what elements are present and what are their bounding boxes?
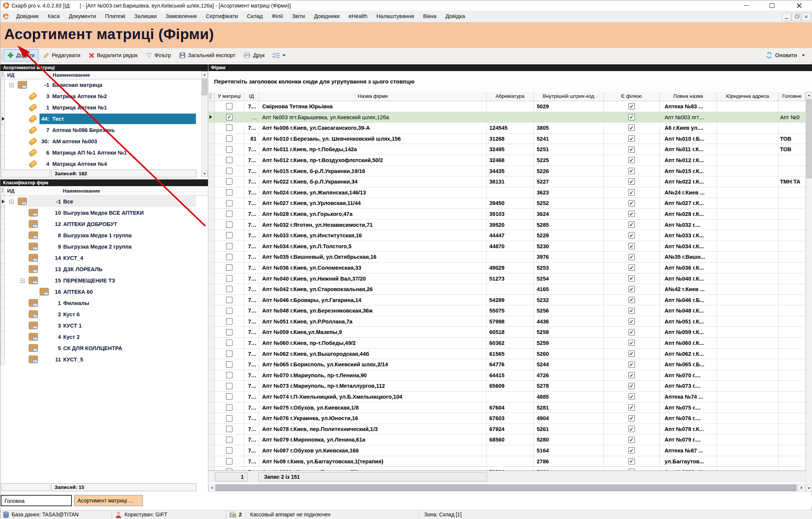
firm-row[interactable]: 7…Апт №048 г.Киев, ул.Березняковская,36ж… [208, 305, 806, 316]
firm-row[interactable]: 7…Апт №062 г.Киев, ул.Вышгородская,44б61… [208, 349, 806, 360]
firm-row[interactable]: 7…Апт №051 г.Киев, ул.Р.Роллана,7а579984… [208, 316, 806, 327]
in-matrix-checkbox[interactable] [226, 103, 232, 109]
firms-hscrollbar[interactable] [208, 484, 806, 492]
menu-item-платежі[interactable]: Платежі [100, 11, 130, 22]
is-branch-checkbox[interactable] [628, 361, 635, 368]
column-header-Назва фірми[interactable]: Назва фірми [259, 92, 487, 101]
tree-row[interactable]: 10Выгрузка Медок ВСЕ АПТЕКИ [0, 207, 208, 219]
firm-row[interactable]: 81Апт №010 г.Березань, ул. Шевченковский… [208, 134, 806, 144]
classifier-col-id[interactable]: ИД [7, 186, 14, 196]
is-branch-checkbox[interactable] [628, 189, 635, 196]
tree-row[interactable]: 15ПЕРЕМЕЩЕНИЕ ТЗ [0, 275, 208, 286]
tree-row[interactable]: 30:АМ аптеки №003 [0, 136, 208, 147]
is-branch-checkbox[interactable] [628, 415, 635, 422]
firm-row[interactable]: 7…Апт №028 г.Киев, ул.Горького,47а391033… [208, 209, 806, 220]
refresh-button[interactable]: Оновити [766, 52, 807, 59]
firm-row[interactable]: 7…Апт №065 г.Борисполь, ул.Киевский шлях… [208, 359, 806, 370]
is-branch-checkbox[interactable] [628, 114, 635, 120]
firm-row[interactable]: 7…Апт №079 г.Мироновка, ул.Ленина,61а685… [208, 434, 806, 445]
sort-list-icon[interactable] [272, 53, 280, 58]
scroll-left-icon[interactable] [208, 484, 215, 492]
is-branch-checkbox[interactable] [628, 318, 635, 325]
in-matrix-checkbox[interactable] [226, 340, 232, 346]
in-matrix-checkbox[interactable] [226, 168, 232, 174]
firm-row[interactable]: 7…Апт №09 г.Киев, ул.Баггаутовская,1(тер… [208, 456, 806, 467]
collapse-icon[interactable] [9, 200, 14, 204]
print-dropdown-caret[interactable] [282, 55, 285, 56]
is-branch-checkbox[interactable] [628, 135, 635, 142]
column-header-Абревіатура[interactable]: Абревіатура [487, 92, 534, 101]
in-matrix-checkbox[interactable] [226, 114, 232, 120]
is-branch-checkbox[interactable] [628, 211, 635, 217]
firms-vscrollbar[interactable] [806, 92, 812, 492]
is-branch-checkbox[interactable] [628, 458, 635, 464]
matrices-scrollbar[interactable] [201, 71, 208, 177]
in-matrix-checkbox[interactable] [226, 437, 232, 443]
is-branch-checkbox[interactable] [628, 351, 635, 357]
is-branch-checkbox[interactable] [628, 103, 635, 109]
tree-row[interactable]: 4Куст 2 [0, 331, 208, 343]
collapse-icon[interactable] [20, 279, 24, 283]
classifier-col-name[interactable]: Наименование [63, 186, 100, 196]
is-branch-checkbox[interactable] [628, 404, 635, 411]
in-matrix-checkbox[interactable] [226, 222, 232, 228]
scroll-down-icon[interactable] [806, 485, 812, 492]
is-branch-checkbox[interactable] [628, 157, 635, 163]
print-button[interactable]: Друк [240, 49, 269, 61]
in-matrix-checkbox[interactable] [226, 308, 232, 314]
export-button[interactable]: Загальний експорт [176, 49, 239, 61]
filter-button[interactable]: Фільтр [142, 49, 175, 61]
in-matrix-checkbox[interactable] [226, 447, 232, 454]
menu-item-філії[interactable]: Філії [267, 11, 287, 22]
firm-row[interactable]: 7…Апт №035 г.Вишневый, ул.Октябрьская,16… [208, 252, 806, 263]
firm-row[interactable]: 7…Апт №0090 г.Киев, ул.Пироговка 7/17370… [208, 467, 806, 470]
add-button[interactable]: Додати [4, 49, 38, 61]
column-header-Повна назва[interactable]: Повна назва [660, 92, 717, 101]
menu-item-документи[interactable]: Документи [64, 11, 100, 22]
is-branch-checkbox[interactable] [628, 372, 635, 378]
is-branch-checkbox[interactable] [628, 168, 635, 174]
firm-row[interactable]: 7…Апт №059 г.Киев,ул.Мазепы,9605185258Ап… [208, 327, 806, 338]
column-header-У матриці[interactable]: У матриці [215, 92, 244, 101]
column-header-Є філією[interactable]: Є філією [604, 92, 660, 101]
in-matrix-checkbox[interactable] [226, 124, 232, 131]
hscrollbar-thumb[interactable] [216, 484, 797, 491]
is-branch-checkbox[interactable] [628, 232, 635, 238]
firm-row[interactable]: 7…Апт №040 г.Киев, ул.Нижний Вал,37/2051… [208, 273, 806, 284]
in-matrix-checkbox[interactable] [226, 135, 232, 142]
in-matrix-checkbox[interactable] [226, 361, 232, 368]
tree-row[interactable]: 12АПТЕКИ ДОБРОБУТ [0, 219, 208, 230]
tab-home[interactable]: Головна [1, 495, 72, 506]
restore-button[interactable] [763, 0, 780, 11]
firm-row[interactable]: 7…Апт №006 г.Киев, ул.Саксаганского,39-А… [208, 123, 806, 134]
firm-row[interactable]: 7…Апт №042 г.Киев, ул.Старовокзальная,26… [208, 284, 806, 295]
scroll-up-icon[interactable] [202, 71, 208, 78]
delete-row-button[interactable]: Видалити рядок [85, 49, 141, 61]
tree-row[interactable]: 16АПТЕКА 60 [0, 286, 208, 297]
menu-item-ehealth[interactable]: eHealth [344, 11, 372, 22]
in-matrix-checkbox[interactable] [226, 146, 232, 153]
is-branch-checkbox[interactable] [628, 297, 635, 303]
in-matrix-checkbox[interactable] [226, 275, 232, 282]
tab-assortment-matrix[interactable]: Асортимент матриці ... [74, 495, 143, 506]
tree-row[interactable]: 14КУСТ_4 [0, 252, 208, 264]
in-matrix-checkbox[interactable] [226, 189, 232, 196]
is-branch-checkbox[interactable] [628, 243, 635, 249]
in-matrix-checkbox[interactable] [226, 232, 232, 238]
is-branch-checkbox[interactable] [628, 286, 635, 292]
menu-item-каса[interactable]: Каса [43, 11, 64, 22]
menu-item-звіти[interactable]: Звіти [287, 11, 309, 22]
firm-row[interactable]: 7…Апт №032 г.Яготин, ул.Независимости,71… [208, 220, 806, 231]
is-branch-checkbox[interactable] [628, 254, 635, 260]
is-branch-checkbox[interactable] [628, 447, 635, 454]
in-matrix-checkbox[interactable] [226, 178, 232, 185]
is-branch-checkbox[interactable] [628, 146, 635, 153]
matrices-col-id[interactable]: ИД [7, 71, 14, 79]
is-branch-checkbox[interactable] [628, 222, 635, 228]
group-by-panel[interactable]: Перетягніть заголовок колонки сюди для у… [208, 71, 812, 92]
firm-row[interactable]: 7…Апт №027 г.Киев, ул.Урловская,11/44394… [208, 198, 806, 209]
menu-item-довідники[interactable]: Довідники [310, 11, 344, 22]
is-branch-checkbox[interactable] [628, 264, 635, 271]
firm-row[interactable]: 7…Апт №078 г.Киев, пер.Политехнический,1… [208, 424, 806, 435]
firm-row[interactable]: 7…Апт №046 г.Бровары, ул.Гагарина,145428… [208, 295, 806, 306]
